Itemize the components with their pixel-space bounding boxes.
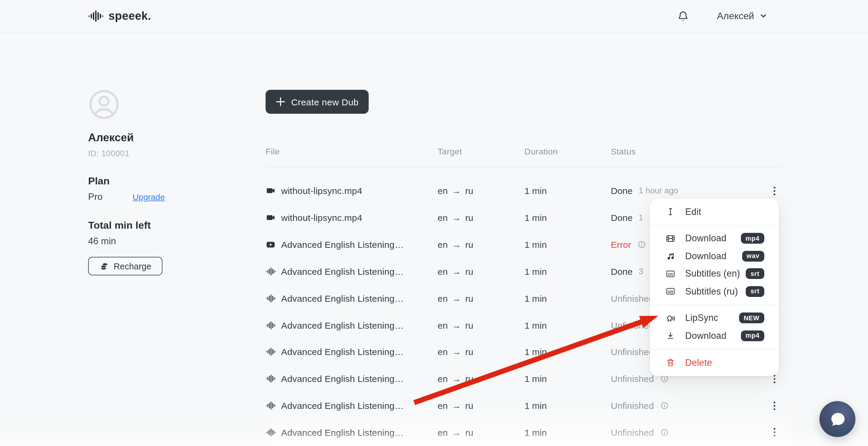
file-name: Advanced English Listening… bbox=[281, 427, 438, 438]
chat-widget-button[interactable] bbox=[819, 401, 856, 437]
file-name: Advanced English Listening… bbox=[281, 374, 438, 384]
target-languages: en→ru bbox=[438, 427, 525, 438]
video-camera-icon bbox=[266, 186, 281, 196]
menu-item-edit[interactable]: Edit bbox=[650, 203, 778, 220]
target-lang: ru bbox=[465, 401, 473, 411]
duration-value: 1 min bbox=[525, 266, 611, 277]
chat-bubble-icon bbox=[828, 409, 847, 429]
timestamp: 1 bbox=[639, 213, 643, 222]
duration-value: 1 min bbox=[525, 239, 611, 250]
app: speeek. Алексей Алек bbox=[0, 0, 868, 446]
duration-value: 1 min bbox=[525, 186, 611, 196]
kebab-menu-icon[interactable] bbox=[767, 400, 782, 411]
duration-value: 1 min bbox=[525, 212, 611, 223]
source-lang: en bbox=[438, 320, 448, 330]
target-lang: ru bbox=[465, 266, 473, 277]
context-menu: EditDownloadmp4DownloadwavSubtitles (en)… bbox=[650, 199, 778, 376]
logo-text: speeek. bbox=[108, 9, 151, 23]
file-name: Advanced English Listening… bbox=[281, 293, 438, 303]
arrow-right-icon: → bbox=[452, 293, 461, 303]
file-name: Advanced English Listening… bbox=[281, 347, 438, 357]
arrow-right-icon: → bbox=[452, 212, 461, 223]
film-icon bbox=[665, 234, 676, 244]
format-badge: srt bbox=[746, 269, 764, 279]
logo[interactable]: speeek. bbox=[88, 0, 151, 32]
source-lang: en bbox=[438, 401, 448, 411]
waveform-icon bbox=[266, 374, 281, 384]
plan-value: Pro bbox=[88, 192, 102, 202]
kebab-menu-icon[interactable] bbox=[767, 427, 782, 438]
sidebar-user-id: ID: 100001 bbox=[88, 149, 129, 158]
source-lang: en bbox=[438, 186, 448, 196]
target-languages: en→ru bbox=[438, 266, 525, 277]
menu-item-label: Download bbox=[685, 331, 726, 341]
menu-item-label: LipSync bbox=[685, 313, 718, 323]
context-menu-section: LipSyncNEWDownloadmp4 bbox=[650, 304, 778, 349]
menu-item-subtitles-en-srt[interactable]: Subtitles (en)srt bbox=[650, 265, 778, 282]
menu-item-subtitles-ru-srt[interactable]: Subtitles (ru)srt bbox=[650, 282, 778, 300]
recharge-button[interactable]: Recharge bbox=[88, 257, 162, 275]
target-lang: ru bbox=[465, 212, 473, 223]
coins-icon bbox=[99, 261, 109, 271]
source-lang: en bbox=[438, 427, 448, 438]
waveform-icon bbox=[266, 266, 281, 277]
info-icon[interactable] bbox=[637, 240, 646, 249]
sidebar-user-name: Алексей bbox=[88, 132, 134, 143]
status-cell: Done1 hour ago bbox=[611, 186, 767, 196]
format-badge: srt bbox=[746, 286, 764, 297]
status-badge: Error bbox=[611, 239, 631, 250]
table-header-divider bbox=[266, 166, 782, 167]
timestamp: 3 bbox=[639, 267, 643, 276]
menu-item-delete[interactable]: Delete bbox=[650, 353, 778, 372]
menu-item-label: Download bbox=[685, 251, 726, 262]
column-file: File bbox=[266, 147, 438, 156]
navbar: speeek. Алексей bbox=[0, 0, 868, 32]
play-video-icon bbox=[266, 239, 281, 250]
user-menu[interactable]: Алексей bbox=[717, 0, 767, 32]
text-cursor-icon bbox=[665, 207, 676, 217]
waveform-icon bbox=[266, 320, 281, 330]
status-badge: Done bbox=[611, 212, 633, 223]
menu-item-download-mp4[interactable]: Downloadmp4 bbox=[650, 327, 778, 345]
notifications-bell-icon[interactable] bbox=[677, 9, 689, 23]
upgrade-link[interactable]: Upgrade bbox=[133, 192, 165, 202]
target-lang: ru bbox=[465, 427, 473, 438]
plan-row: Pro Upgrade bbox=[88, 192, 165, 202]
target-lang: ru bbox=[465, 293, 473, 303]
waveform-icon bbox=[266, 427, 281, 438]
source-lang: en bbox=[438, 212, 448, 223]
arrow-right-icon: → bbox=[452, 239, 461, 250]
menu-item-label: Delete bbox=[685, 357, 712, 368]
avatar bbox=[88, 89, 120, 120]
download-icon bbox=[665, 331, 676, 341]
info-icon[interactable] bbox=[660, 428, 669, 437]
target-languages: en→ru bbox=[438, 239, 525, 250]
info-icon[interactable] bbox=[660, 401, 669, 410]
context-menu-section: Downloadmp4DownloadwavSubtitles (en)srtS… bbox=[650, 225, 778, 304]
menu-item-lipsync-new[interactable]: LipSyncNEW bbox=[650, 309, 778, 327]
status-badge: Done bbox=[611, 186, 633, 196]
source-lang: en bbox=[438, 266, 448, 277]
status-badge: Unfinished bbox=[611, 293, 654, 303]
table-row: Advanced English Listening…en→ru1 minUnf… bbox=[266, 392, 782, 419]
kebab-menu-icon[interactable] bbox=[767, 185, 782, 196]
menu-item-download-wav[interactable]: Downloadwav bbox=[650, 247, 778, 265]
menu-item-download-mp4[interactable]: Downloadmp4 bbox=[650, 230, 778, 247]
duration-value: 1 min bbox=[525, 427, 611, 438]
plus-icon bbox=[275, 97, 285, 107]
subtitles-icon bbox=[665, 286, 676, 297]
status-badge: Unfinished bbox=[611, 374, 654, 384]
menu-item-label: Edit bbox=[685, 206, 701, 217]
status-badge: Done bbox=[611, 266, 633, 277]
menu-item-label: Download bbox=[685, 233, 726, 244]
duration-value: 1 min bbox=[525, 374, 611, 384]
format-badge: mp4 bbox=[741, 233, 764, 244]
target-languages: en→ru bbox=[438, 320, 525, 330]
waveform-icon bbox=[266, 293, 281, 303]
table-row: Advanced English Listening…en→ru1 minUnf… bbox=[266, 419, 782, 446]
arrow-right-icon: → bbox=[452, 427, 461, 438]
format-badge: wav bbox=[742, 251, 764, 262]
create-new-dub-button[interactable]: Create new Dub bbox=[266, 90, 369, 114]
logo-waveform-icon bbox=[88, 9, 104, 23]
file-name: Advanced English Listening… bbox=[281, 239, 438, 250]
